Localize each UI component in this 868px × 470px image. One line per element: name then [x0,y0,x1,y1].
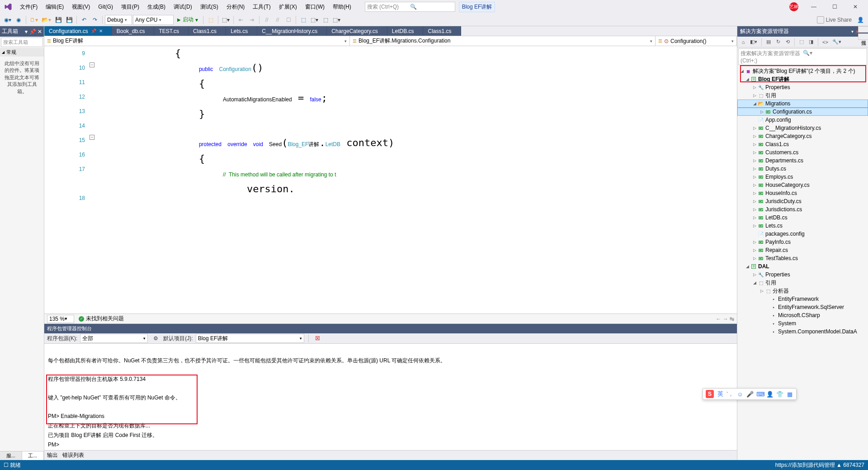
config-dropdown[interactable]: Debug [105,15,132,25]
migrations-folder[interactable]: ◢Migrations [737,100,868,108]
tb-comment[interactable]: // [262,15,272,25]
minimize-button[interactable]: — [804,0,824,13]
menu-ext[interactable]: 扩展(X) [275,1,301,13]
tb-misc2[interactable]: ⬚▾ [221,15,231,25]
undo-button[interactable]: ↶ [79,15,89,25]
asm-EntityFramework.SqlServer[interactable]: EntityFramework.SqlServer [737,303,868,311]
tb-misc1[interactable]: ⬚ [206,15,216,25]
tb-misc6[interactable]: ⬚▾ [331,15,342,25]
pmc-src-drop[interactable]: 全部 [80,334,148,343]
open-file-button[interactable]: 📂▾ [40,15,52,25]
solexp-search[interactable]: 搜索解决方案资源管理器(Ctrl+;)🔍▾ [738,48,867,65]
file-TestTables-cs[interactable]: ▷TestTables.cs [737,254,868,262]
menu-help[interactable]: 帮助(H) [329,1,355,13]
toolbox-search[interactable]: 搜索工具箱 [1,38,43,47]
rail-properties[interactable]: 属性 [858,33,868,40]
menu-git[interactable]: Git(G) [94,2,117,12]
asm-EntityFramework[interactable]: EntityFramework [737,295,868,303]
nav-back-button[interactable]: ◉▾ [3,15,13,25]
new-file-button[interactable]: 🗋▾ [28,15,39,25]
ime-skin[interactable]: 👕 [776,391,783,398]
proj2-props[interactable]: ▷Properties [737,271,868,279]
file-HouseInfo-cs[interactable]: ▷HouseInfo.cs [737,189,868,197]
proj2-refs[interactable]: ◢引用 [737,279,868,287]
ime-person[interactable]: 👤 [766,391,774,398]
menu-view[interactable]: 视图(V) [68,1,94,13]
proj1-node[interactable]: ◢Blog EF讲解 [737,75,868,83]
tab-class1a[interactable]: Class1.cs [189,26,226,36]
editor-zoom[interactable]: 135 % ▾ [47,315,74,323]
save-button[interactable]: 💾 [53,15,63,25]
toolbox-tab-server[interactable]: 服... [0,451,22,460]
pmc-clear-button[interactable]: ☒ [313,333,323,343]
pmc-output[interactable]: 每个包都由其所有者许可给你。NuGet 不负责第三方包，也不授予其许可证。一些包… [44,344,737,470]
tab-chargecat[interactable]: ChargeCategory.cs [327,26,387,36]
global-search[interactable]: 搜索 (Ctrl+Q)🔍 [365,2,455,12]
file-Employs-cs[interactable]: ▷Employs.cs [737,173,868,181]
start-debug-button[interactable]: 启动 ▾ [175,15,201,25]
user-badge[interactable]: 艺林 [789,2,798,11]
tab-configuration[interactable]: Configuration.cs📌✕ [44,26,112,36]
se-sync-button[interactable]: ⟲ [783,38,792,46]
redo-button[interactable]: ↷ [90,15,100,25]
nav-fwd-button[interactable]: ◉ [14,15,24,25]
ime-lang[interactable]: 英 [717,390,724,398]
file-Class1-cs[interactable]: ▷Class1.cs [737,140,868,148]
platform-dropdown[interactable]: Any CPU [133,15,174,25]
se-collapse-button[interactable]: ◧▾ [749,38,759,46]
menu-tools[interactable]: 工具(T) [249,1,274,13]
menu-debug[interactable]: 调试(D) [170,1,196,13]
pin-icon[interactable]: 📌 [91,28,96,33]
menu-test[interactable]: 测试(S) [197,1,222,13]
file-HouseCategory-cs[interactable]: ▷HouseCategory.cs [737,181,868,189]
file-C__MigrationHistory-cs[interactable]: ▷C__MigrationHistory.cs [737,124,868,132]
proj2-node[interactable]: ◢DAL [737,262,868,271]
file-Departments-cs[interactable]: ▷Departments.cs [737,157,868,165]
tb-misc5[interactable]: ⬚ [321,15,330,25]
menu-build[interactable]: 生成(B) [144,1,169,13]
close-icon[interactable]: ✕ [99,28,103,33]
se-code-button[interactable]: <> [821,38,830,46]
menu-window[interactable]: 窗口(W) [302,1,328,13]
maximize-button[interactable]: ☐ [825,0,844,13]
solution-name-button[interactable]: Blog EF讲解 [459,2,495,12]
close-button[interactable]: ✕ [845,0,865,13]
pmc-def-drop[interactable]: Blog EF讲解 [196,334,304,343]
config-cs-file[interactable]: ▷Configuration.cs [737,108,868,116]
tb-misc4[interactable]: ⬚▾ [309,15,320,25]
toolbox-category[interactable]: 常规 [0,48,44,57]
tb-uncomment[interactable]: // [273,15,283,25]
ime-mic[interactable]: 🎤 [746,391,754,398]
file-JurisdicDuty-cs[interactable]: ▷JurisdicDuty.cs [737,197,868,205]
menu-project[interactable]: 项目(P) [118,1,143,13]
file-Customers-cs[interactable]: ▷Customers.cs [737,148,868,157]
tb-indent-inc[interactable]: ⇥ [247,15,257,25]
toolbox-tab-toolbox[interactable]: 工... [22,451,44,460]
tab-test[interactable]: TEST.cs [154,26,189,36]
file-Lets-cs[interactable]: ▷Lets.cs [737,222,868,230]
menu-edit[interactable]: 编辑(E) [42,1,67,13]
file-App-config[interactable]: App.config [737,116,868,124]
ime-emoji[interactable]: ☺ [736,391,744,398]
rail-solexp[interactable]: 解决方案资源管理 [858,26,868,33]
file-ChargeCategory-cs[interactable]: ▷ChargeCategory.cs [737,132,868,140]
menu-file[interactable]: 文件(F) [16,1,41,13]
se-refresh-button[interactable]: ↻ [774,38,782,46]
se-home-button[interactable]: ⌂ [739,38,747,46]
feedback-button[interactable]: 👤 [855,15,865,25]
asm-Microsoft.CSharp[interactable]: Microsoft.CSharp [737,311,868,319]
se-wrench-button[interactable]: 🔧▾ [831,38,843,46]
ime-floating-bar[interactable]: S 英 '， ☺ 🎤 ⌨ 👤 👕 ▦ [703,388,797,400]
file-Jurisdictions-cs[interactable]: ▷Jurisdictions.cs [737,205,868,214]
refs-node[interactable]: ▷引用 [737,91,868,100]
tb-bookmark[interactable]: ☐ [283,15,293,25]
file-Dutys-cs[interactable]: ▷Dutys.cs [737,165,868,173]
file-LetDB-cs[interactable]: ▷LetDB.cs [737,214,868,222]
live-share-button[interactable]: Live Share [814,16,854,24]
file-PayInfo-cs[interactable]: ▷PayInfo.cs [737,238,868,246]
tb-indent-dec[interactable]: ⇤ [236,15,246,25]
tab-letdb[interactable]: LetDB.cs [387,26,424,36]
asm-System.ComponentModel.DataA[interactable]: System.ComponentModel.DataA [737,328,868,336]
ime-keyboard[interactable]: ⌨ [756,391,764,398]
tab-mighist[interactable]: C__MigrationHistory.cs [257,26,327,36]
